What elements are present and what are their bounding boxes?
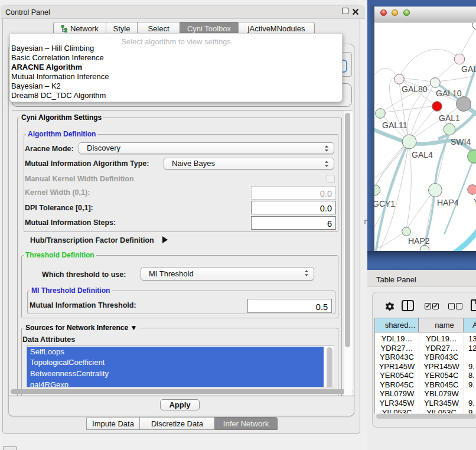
svg-text:GAL4: GAL4 [412, 150, 433, 159]
svg-text:HAP4: HAP4 [437, 198, 459, 207]
svg-text:GAL1: GAL1 [439, 113, 460, 123]
svg-text:Y: Y [474, 197, 476, 207]
svg-text:SWI4: SWI4 [451, 137, 471, 146]
svg-text:GAL: GAL [461, 64, 476, 74]
svg-text:GAL80: GAL80 [402, 84, 428, 94]
svg-text:HAP2: HAP2 [408, 236, 430, 246]
svg-text:GAL11: GAL11 [382, 120, 407, 130]
svg-text:GAL10: GAL10 [436, 89, 462, 98]
svg-text:GCY1: GCY1 [374, 199, 395, 208]
